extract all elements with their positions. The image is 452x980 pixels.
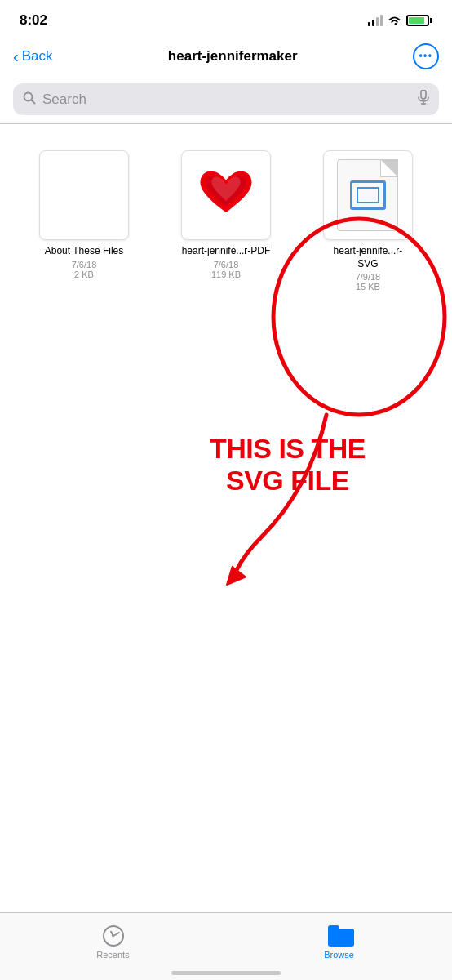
status-time: 8:02 [20,12,47,29]
file-date: 7/6/18 [72,260,97,270]
nav-title: heart-jennifermaker [168,48,298,65]
file-thumbnail-pdf [181,150,271,240]
file-thumbnail-svg [323,150,413,240]
file-date: 7/6/18 [214,260,239,270]
list-item[interactable]: heart-jennife...r-SVG 7/9/18 15 KB [297,144,439,301]
file-date: 7/9/18 [356,272,381,282]
search-bar[interactable]: Search [13,83,439,115]
search-placeholder: Search [42,91,411,108]
wifi-icon [388,16,401,26]
tab-recents[interactable]: Recents [0,913,226,964]
signal-bars-icon [368,15,383,26]
back-label: Back [22,48,53,65]
nav-bar: ‹ Back heart-jennifermaker ••• [0,36,452,78]
clock-icon [102,924,125,947]
svg-line-1 [32,100,35,103]
svg-annotation-label: THIS IS THE SVG FILE [210,433,366,497]
battery-icon [406,15,432,26]
tab-browse[interactable]: Browse [226,913,452,964]
file-size: 2 KB [74,270,94,279]
search-bar-container: Search [0,78,452,123]
list-item[interactable]: heart-jennife...r-PDF 7/6/18 119 KB [155,144,297,301]
file-name: heart-jennife...r-SVG [323,245,413,270]
tab-browse-label: Browse [324,950,354,960]
status-icons [368,15,432,26]
mic-icon [418,90,429,109]
more-button[interactable]: ••• [413,43,439,69]
file-thumbnail-text [39,150,129,240]
search-icon [23,91,36,108]
file-size: 119 KB [211,270,241,279]
divider [0,123,452,124]
file-name: heart-jennife...r-PDF [182,245,271,258]
file-grid: About These Files 7/6/18 2 KB heart-jenn… [0,137,452,308]
chevron-left-icon: ‹ [13,48,19,65]
home-indicator [171,971,281,975]
svg-rect-2 [421,90,426,99]
status-bar: 8:02 [0,0,452,36]
back-button[interactable]: ‹ Back [13,48,52,65]
tab-bar: Recents Browse [0,912,452,980]
folder-icon [328,924,351,947]
heart-decorative-icon [197,167,255,224]
list-item[interactable]: About These Files 7/6/18 2 KB [13,144,155,301]
tab-recents-label: Recents [96,950,129,960]
ellipsis-icon: ••• [419,51,432,62]
file-name: About These Files [45,245,124,258]
file-size: 15 KB [356,282,380,292]
